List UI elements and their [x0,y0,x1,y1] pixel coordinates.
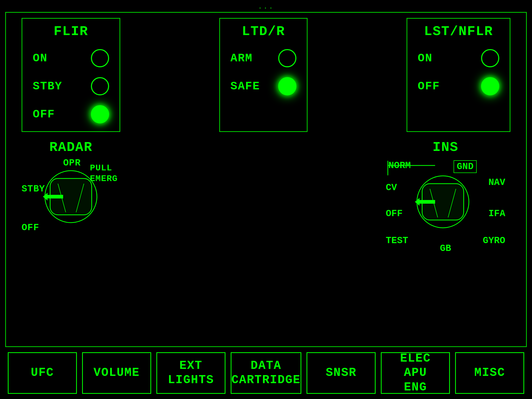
radar-opr-label: OPR [63,158,81,168]
lstnflr-off-row: OFF [415,75,502,98]
nav-volume-label: VOLUME [94,366,140,380]
ins-nav-label: NAV [488,177,505,188]
ins-section: INS NORM GND CV NAV [381,140,510,251]
ltdr-safe-indicator[interactable] [278,77,296,95]
nav-elec-apu-eng-label: ELECAPUENG [400,351,431,395]
ltdr-arm-indicator[interactable] [278,49,296,67]
nav-button-ext-lights[interactable]: EXTLIGHTS [156,352,225,394]
flir-stby-label: STBY [33,80,62,93]
flir-off-row: OFF [30,103,112,126]
ins-knob-svg[interactable] [414,173,471,230]
lstnflr-on-label: ON [418,52,433,65]
top-dots: ... [0,0,532,12]
flir-off-label: OFF [33,108,55,121]
ins-norm-label: NORM [388,160,411,171]
flir-on-indicator[interactable] [91,49,109,67]
flir-off-indicator[interactable] [91,105,109,123]
ins-ifa-label: IFA [488,208,505,219]
switch-boxes-row: FLIR ON STBY OFF LTD/R ARM [11,18,521,132]
main-container: ... FLIR ON STBY OFF [0,0,532,399]
nav-ufc-label: UFC [31,366,54,380]
ins-off-label: OFF [386,208,403,219]
nav-button-volume[interactable]: VOLUME [82,352,151,394]
ltdr-safe-row: SAFE [228,75,299,98]
nav-button-misc[interactable]: MISC [455,352,524,394]
lstnflr-box: LST/NFLR ON OFF [407,18,510,132]
radar-knob-svg[interactable] [42,168,99,225]
nav-misc-label: MISC [474,366,505,380]
ltdr-safe-label: SAFE [230,80,260,93]
lstnflr-title: LST/NFLR [415,24,502,39]
flir-on-row: ON [30,46,112,70]
radar-title: RADAR [49,140,92,155]
lstnflr-off-indicator[interactable] [481,77,499,95]
svg-rect-2 [48,195,63,198]
flir-on-label: ON [33,52,48,65]
nav-button-ufc[interactable]: UFC [8,352,77,394]
lstnflr-off-label: OFF [418,80,440,93]
lstnflr-on-indicator[interactable] [481,49,499,67]
flir-box: FLIR ON STBY OFF [22,18,120,132]
ltdr-arm-label: ARM [230,52,252,65]
lower-controls: RADAR OPR PULLEMERG STBY OFF [11,140,521,251]
nav-button-snsr[interactable]: SNSR [307,352,376,394]
ins-gb-label: GB [440,243,451,254]
flir-stby-row: STBY [30,75,112,98]
ltdr-arm-row: ARM [228,46,299,70]
radar-off-label: OFF [22,222,39,233]
ins-gyro-label: GYRO [483,235,505,246]
ins-gnd-label: GND [454,160,477,173]
nav-snsr-label: SNSR [326,366,356,380]
nav-button-elec-apu-eng[interactable]: ELECAPUENG [381,352,450,394]
radar-section: RADAR OPR PULLEMERG STBY OFF [22,140,120,251]
ltdr-box: LTD/R ARM SAFE [219,18,308,132]
flir-stby-indicator[interactable] [91,77,109,95]
lstnflr-on-row: ON [415,46,502,70]
nav-bar: UFC VOLUME EXTLIGHTS DATACARTRIDGE SNSR … [0,347,532,399]
nav-button-data-cartridge[interactable]: DATACARTRIDGE [231,352,301,394]
ins-test-label: TEST [386,235,408,246]
nav-data-cartridge-label: DATACARTRIDGE [231,359,301,387]
ins-title: INS [433,140,458,155]
flir-title: FLIR [30,24,112,39]
panel-area: FLIR ON STBY OFF LTD/R ARM [5,12,527,347]
nav-ext-lights-label: EXTLIGHTS [168,359,214,387]
svg-rect-10 [420,200,435,204]
radar-stby-label: STBY [22,184,45,194]
ltdr-title: LTD/R [228,24,299,39]
ins-cv-label: CV [386,182,397,193]
